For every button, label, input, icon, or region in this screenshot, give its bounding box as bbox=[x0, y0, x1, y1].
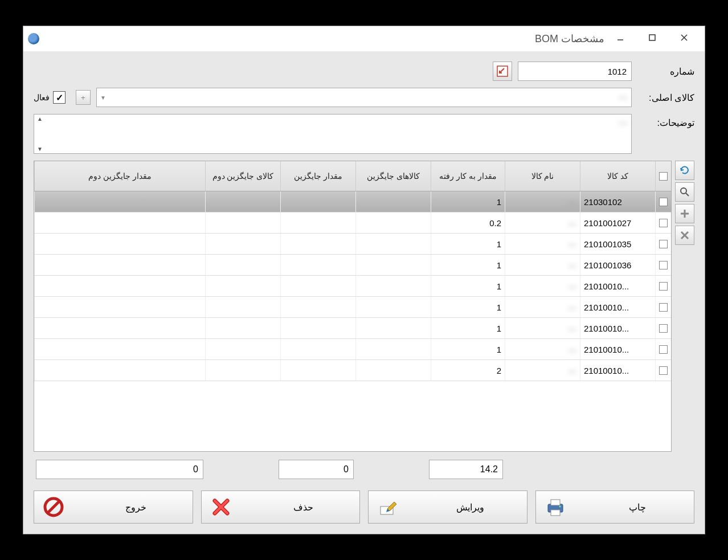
cell-code: 2101001035 bbox=[580, 234, 655, 254]
header-alt2[interactable]: کالای جایگزین دوم bbox=[205, 161, 280, 191]
textarea-spinner: ▲ ▼ bbox=[35, 116, 44, 152]
cell-altq bbox=[280, 276, 355, 296]
table-row[interactable]: 2101001035—1 bbox=[34, 234, 671, 255]
active-checkbox-wrap: ✓ فعال bbox=[34, 91, 66, 104]
search-button[interactable] bbox=[675, 182, 694, 202]
row-checkbox[interactable] bbox=[659, 303, 668, 312]
window-controls bbox=[604, 27, 700, 50]
add-item-button[interactable]: + bbox=[76, 90, 91, 105]
main-item-dropdown[interactable]: — ▼ bbox=[96, 88, 632, 107]
content-area: شماره کالای اصلی: — ▼ + ✓ فعال توضیحات: bbox=[23, 51, 705, 534]
header-alt[interactable]: کالاهای جایگزین bbox=[355, 161, 431, 191]
number-row: شماره bbox=[34, 62, 694, 81]
grid-scroll[interactable]: 21030102—12101001027—0.22101001035—12101… bbox=[34, 191, 671, 451]
row-checkbox[interactable] bbox=[659, 240, 668, 248]
row-checkbox-cell bbox=[655, 339, 671, 359]
description-value: — bbox=[38, 118, 628, 128]
row-checkbox[interactable] bbox=[659, 366, 668, 375]
cell-alt2q bbox=[34, 360, 205, 381]
spin-up-button[interactable]: ▲ bbox=[35, 116, 44, 122]
table-row[interactable]: 21010010...—1 bbox=[34, 339, 671, 360]
row-checkbox-cell bbox=[655, 360, 671, 381]
cell-qty: 1 bbox=[431, 255, 505, 275]
edit-button[interactable]: ویرایش bbox=[368, 490, 527, 524]
cell-alt bbox=[355, 360, 431, 381]
svg-rect-1 bbox=[649, 35, 655, 40]
cell-code: 2101001036 bbox=[580, 255, 655, 275]
cell-alt2q bbox=[34, 339, 205, 359]
header-code[interactable]: کد کالا bbox=[580, 161, 655, 191]
delete-button[interactable]: حذف bbox=[201, 490, 361, 524]
svg-rect-4 bbox=[497, 66, 508, 76]
cell-altq bbox=[280, 360, 355, 381]
active-checkbox[interactable]: ✓ bbox=[53, 91, 66, 104]
refresh-button[interactable] bbox=[675, 161, 694, 180]
lookup-button[interactable] bbox=[493, 62, 512, 81]
header-name[interactable]: نام کالا bbox=[505, 161, 580, 191]
cell-code: 21010010... bbox=[580, 318, 655, 338]
table-row[interactable]: 21010010...—2 bbox=[34, 360, 671, 381]
minimize-icon bbox=[616, 34, 624, 42]
select-all-checkbox[interactable] bbox=[659, 172, 668, 181]
chevron-down-icon: ▼ bbox=[100, 95, 106, 101]
description-row: توضیحات: — ▲ ▼ bbox=[34, 114, 694, 154]
cell-qty: 0.2 bbox=[431, 212, 505, 233]
number-input[interactable] bbox=[518, 62, 632, 81]
cell-name: — bbox=[505, 191, 580, 212]
cell-qty: 1 bbox=[431, 276, 505, 296]
active-label: فعال bbox=[34, 93, 50, 102]
header-altq[interactable]: مقدار جایگزین bbox=[280, 161, 355, 191]
description-textarea[interactable]: — ▲ ▼ bbox=[34, 114, 632, 154]
row-checkbox[interactable] bbox=[659, 198, 668, 206]
cell-qty: 1 bbox=[431, 339, 505, 359]
printer-icon bbox=[544, 496, 567, 518]
exit-button[interactable]: خروج bbox=[34, 490, 193, 524]
print-button[interactable]: چاپ bbox=[535, 490, 695, 524]
cell-alt2q bbox=[34, 191, 205, 212]
cell-alt2q bbox=[34, 297, 205, 317]
cell-alt2q bbox=[34, 318, 205, 338]
cell-alt2 bbox=[205, 191, 280, 212]
maximize-icon bbox=[648, 34, 656, 42]
table-row[interactable]: 2101001027—0.2 bbox=[34, 212, 671, 234]
row-checkbox[interactable] bbox=[659, 324, 668, 333]
footer-altq-total: 0 bbox=[279, 460, 354, 479]
cell-altq bbox=[280, 318, 355, 338]
table-row[interactable]: 21010010...—1 bbox=[34, 297, 671, 318]
cell-altq bbox=[280, 255, 355, 275]
delete-icon bbox=[210, 496, 232, 518]
row-checkbox[interactable] bbox=[659, 345, 668, 354]
table-row[interactable]: 21010010...—1 bbox=[34, 318, 671, 339]
spin-down-button[interactable]: ▼ bbox=[35, 146, 44, 152]
cell-alt bbox=[355, 297, 431, 317]
cell-name: — bbox=[505, 212, 580, 233]
cell-altq bbox=[280, 191, 355, 212]
delete-row-button[interactable] bbox=[675, 226, 694, 245]
grid-body: 21030102—12101001027—0.22101001035—12101… bbox=[34, 191, 671, 451]
edit-icon bbox=[377, 496, 399, 518]
table-row[interactable]: 21030102—1 bbox=[34, 191, 671, 212]
window-title: مشخصات BOM bbox=[44, 32, 604, 45]
grid: کد کالا نام کالا مقدار به کار رفته کالاه… bbox=[34, 161, 672, 452]
row-checkbox[interactable] bbox=[659, 282, 668, 291]
cell-alt bbox=[355, 339, 431, 359]
minimize-button[interactable] bbox=[604, 27, 636, 50]
header-alt2q[interactable]: مقدار جایگزین دوم bbox=[34, 161, 205, 191]
cell-code: 21010010... bbox=[580, 297, 655, 317]
cell-alt bbox=[355, 255, 431, 275]
row-checkbox-cell bbox=[655, 191, 671, 212]
grid-header: کد کالا نام کالا مقدار به کار رفته کالاه… bbox=[34, 161, 671, 191]
cell-alt bbox=[355, 276, 431, 296]
app-icon bbox=[28, 33, 39, 44]
row-checkbox[interactable] bbox=[659, 261, 668, 269]
table-row[interactable]: 2101001036—1 bbox=[34, 255, 671, 276]
maximize-button[interactable] bbox=[636, 27, 668, 50]
description-label: توضیحات: bbox=[637, 114, 694, 128]
table-row[interactable]: 21010010...—1 bbox=[34, 276, 671, 297]
cell-qty: 1 bbox=[431, 297, 505, 317]
cell-alt bbox=[355, 234, 431, 254]
header-qty[interactable]: مقدار به کار رفته bbox=[431, 161, 505, 191]
add-row-button[interactable] bbox=[675, 204, 694, 223]
close-button[interactable] bbox=[668, 27, 700, 50]
row-checkbox[interactable] bbox=[659, 219, 668, 227]
